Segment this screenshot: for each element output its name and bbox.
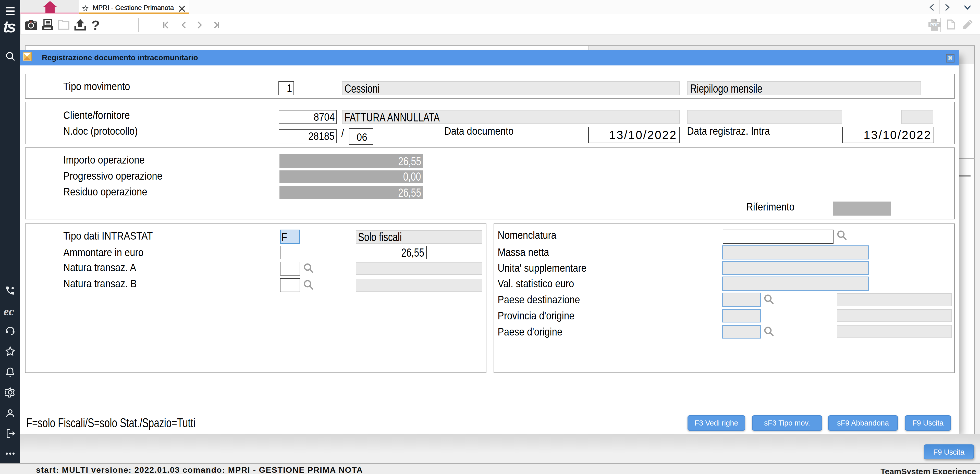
svg-text:PDF: PDF [930,22,939,27]
